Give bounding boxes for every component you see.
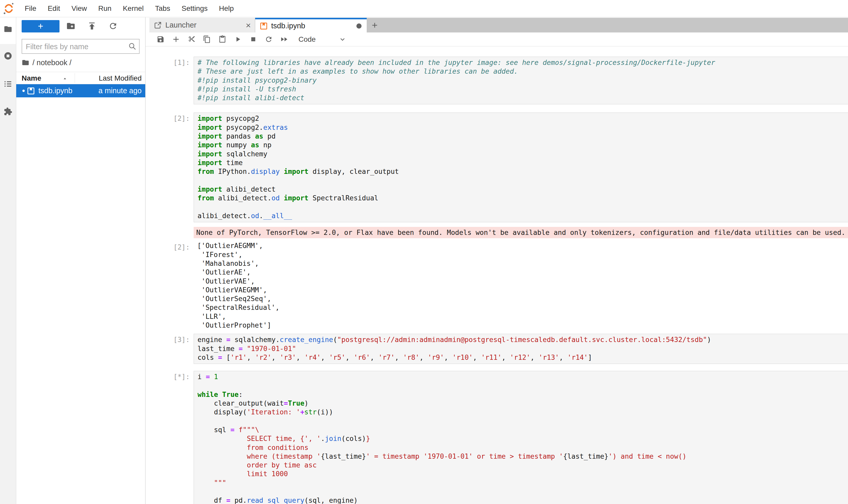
column-last-modified-header[interactable]: Last Modified [98, 74, 142, 83]
stderr-line: None of PyTorch, TensorFlow >= 2.0, or F… [196, 228, 848, 237]
refresh-icon[interactable] [108, 21, 118, 31]
notebook-content: [1]:# The following libraries have alrea… [145, 47, 848, 504]
menu-bar: FileEditViewRunKernelTabsSettingsHelp [0, 0, 848, 17]
breadcrumb[interactable]: / notebook / [22, 58, 72, 67]
output-line: 'OutlierSeq2Seq', [197, 294, 848, 303]
unsaved-dot [356, 23, 362, 29]
menu-help[interactable]: Help [213, 0, 239, 17]
tab-tsdb-ipynb[interactable]: tsdb.ipynb [255, 18, 367, 33]
code-line: df = pd.read_sql_query(sql, engine) [198, 496, 848, 504]
file-row[interactable]: tsdb.ipynba minute ago [16, 84, 145, 97]
file-name: tsdb.ipynb [38, 87, 72, 95]
code-line: order by time asc [198, 461, 848, 469]
save-icon[interactable] [153, 34, 168, 45]
code-line: alibi_detect.od.__all__ [198, 212, 848, 220]
output-line: 'OutlierAE', [197, 268, 848, 276]
cell-editor[interactable]: import psycopg2import psycopg2.extrasimp… [194, 112, 848, 222]
tab-label: tsdb.ipynb [271, 22, 305, 30]
jupyter-logo-icon [3, 2, 15, 15]
filter-box [22, 39, 140, 54]
code-line: sql = f"""\ [198, 426, 848, 434]
cell-editor[interactable]: # The following libraries have already b… [194, 57, 848, 104]
close-icon[interactable]: × [246, 21, 251, 29]
code-line: #!pip install psycopg2-binary [198, 76, 848, 85]
menu-edit[interactable]: Edit [42, 0, 66, 17]
code-line: #!pip install -U tsfresh [198, 85, 848, 93]
notebook-cell: [1]:# The following libraries have alrea… [145, 57, 848, 104]
run-all-icon[interactable] [276, 34, 292, 45]
column-divider [75, 73, 75, 83]
code-line: import numpy as np [198, 141, 848, 149]
code-line [198, 202, 848, 211]
tab-bar: Launcher×tsdb.ipynb [149, 18, 848, 33]
input-prompt: [3]: [145, 336, 190, 344]
paste-icon[interactable] [215, 34, 230, 45]
unsaved-dot [22, 90, 25, 92]
code-line: engine = sqlalchemy.create_engine("postg… [198, 335, 848, 344]
input-prompt: [1]: [145, 58, 190, 67]
cell-editor[interactable]: engine = sqlalchemy.create_engine("postg… [194, 334, 848, 364]
cut-icon[interactable] [184, 34, 199, 45]
input-prompt: [*]: [145, 373, 190, 381]
tab-launcher[interactable]: Launcher× [149, 18, 255, 33]
cell-type-label: Code [299, 35, 316, 43]
restart-icon[interactable] [261, 34, 276, 45]
folder-icon[interactable] [4, 25, 12, 34]
cell-type-select[interactable]: Code [299, 35, 346, 43]
menu-tabs[interactable]: Tabs [149, 0, 176, 17]
running-sessions-icon[interactable] [4, 52, 12, 60]
file-listing-header: Name Last Modified [16, 72, 145, 84]
folder-icon [22, 59, 29, 67]
run-icon[interactable] [230, 34, 246, 45]
notebook-cell: [2]:import psycopg2import psycopg2.extra… [145, 112, 848, 222]
stderr-output: None of PyTorch, TensorFlow >= 2.0, or F… [145, 227, 848, 238]
output-line: 'Mahalanobis', [197, 259, 848, 268]
code-line: import sqlalchemy [198, 150, 848, 158]
launcher-icon [154, 21, 162, 29]
output-line: 'OutlierVAE', [197, 277, 848, 286]
upload-icon[interactable] [87, 21, 96, 31]
code-line: #!pip install alibi-detect [198, 93, 848, 102]
output-line: ['OutlierAEGMM', [197, 241, 848, 250]
code-line [198, 176, 848, 185]
stop-icon[interactable] [246, 34, 261, 45]
menu-settings[interactable]: Settings [176, 0, 213, 17]
notebook-toolbar: Code [145, 33, 848, 46]
code-line: while True: [198, 390, 848, 399]
table-of-contents-icon[interactable] [4, 79, 12, 88]
cell-editor[interactable]: i = 1 while True: clear_output(wait=True… [194, 371, 848, 504]
code-line: # These are just left in as examples to … [198, 67, 848, 76]
code-line [198, 487, 848, 496]
code-line: import psycopg2 [198, 114, 848, 123]
code-line: i = 1 [198, 373, 848, 381]
menu-file[interactable]: File [19, 0, 42, 17]
filter-files-input[interactable] [25, 39, 124, 54]
stderr-text: None of PyTorch, TensorFlow >= 2.0, or F… [194, 227, 848, 238]
menu-run[interactable]: Run [93, 0, 117, 17]
breadcrumb-path: / notebook / [33, 58, 72, 67]
add-cell-icon[interactable] [168, 34, 184, 45]
new-launcher-button[interactable]: + [22, 20, 59, 33]
menu-view[interactable]: View [66, 0, 92, 17]
notebook-icon [260, 22, 268, 30]
code-line: clear_output(wait=True) [198, 399, 848, 408]
code-line: import time [198, 158, 848, 167]
menu-items: FileEditViewRunKernelTabsSettingsHelp [19, 0, 239, 17]
output-line: 'LLR', [197, 312, 848, 321]
column-name-header[interactable]: Name [22, 74, 41, 83]
output-line: 'IForest', [197, 250, 848, 259]
file-listing: tsdb.ipynba minute ago [16, 84, 145, 97]
extensions-icon[interactable] [4, 107, 12, 116]
code-line: # The following libraries have already b… [198, 58, 848, 67]
code-line: from conditions [198, 443, 848, 452]
menu-kernel[interactable]: Kernel [117, 0, 149, 17]
sort-ascending-icon[interactable] [62, 76, 68, 82]
code-line: cols = ['r1', 'r2', 'r3', 'r4', 'r5', 'r… [198, 353, 848, 362]
new-folder-icon[interactable] [66, 21, 75, 31]
new-tab-button[interactable] [367, 18, 383, 33]
code-line: last_time = "1970-01-01" [198, 344, 848, 353]
code-line: display('Iteration: '+str(i)) [198, 408, 848, 416]
tab-label: Launcher [165, 21, 197, 29]
code-line: from IPython.display import display, cle… [198, 167, 848, 176]
copy-icon[interactable] [199, 34, 215, 45]
